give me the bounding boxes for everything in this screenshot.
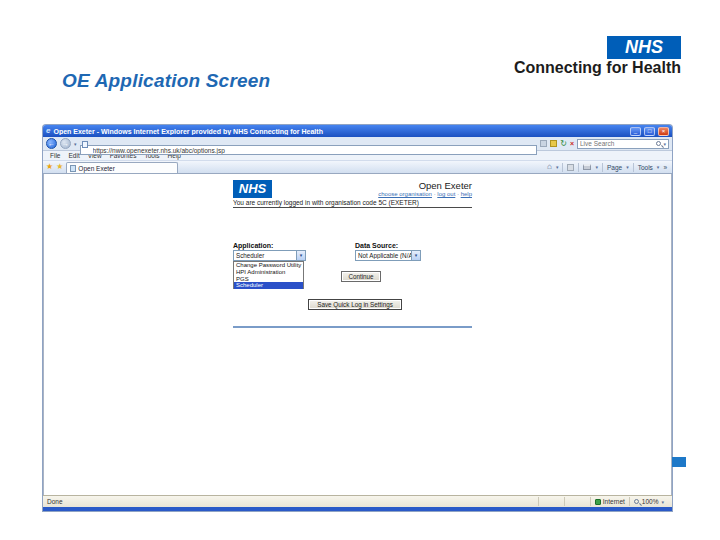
chevron-overflow-icon[interactable]: » [663,164,667,171]
nhs-tagline: Connecting for Health [514,59,681,77]
page-content: NHS Open Exeter choose organisation · lo… [43,174,672,495]
tab-open-exeter[interactable]: Open Exeter [66,162,178,173]
shield-icon [595,499,601,505]
logged-in-text: You are currently logged in with organis… [233,199,419,206]
footer-divider [233,326,472,328]
help-link[interactable]: help [461,191,472,197]
menu-file[interactable]: File [50,152,60,159]
search-box: ▾ [577,139,669,149]
application-select[interactable]: Scheduler ▾ [233,250,306,261]
command-separator [578,163,579,172]
save-quick-login-button[interactable]: Save Quick Log in Settings [308,299,402,310]
continue-button[interactable]: Continue [341,271,381,282]
ie-logo-icon: e [46,126,50,136]
add-favorite-icon[interactable]: ★ [56,161,63,173]
security-zone: Internet [590,497,629,506]
window-bottom-frame [43,507,672,511]
log-out-link[interactable]: log out [437,191,455,197]
option-pgs[interactable]: PGS [234,276,303,283]
minimize-button[interactable]: _ [630,127,641,136]
chevron-down-icon[interactable]: ▾ [411,251,420,260]
header-divider [233,207,472,208]
application-options-list: Change Password Utility HPI Administrati… [233,261,304,289]
command-bar: ⌂ ▾ ▾ Page ▾ Tools ▾ » [547,161,669,173]
slide-title: OE Application Screen [62,70,270,92]
command-separator [562,163,563,172]
nhs-logo: NHS [607,36,681,59]
tools-menu-button[interactable]: Tools [638,164,653,171]
zoom-dropdown-icon[interactable]: ▾ [661,499,664,505]
address-bar: ← → ▾ ↻ × ▾ [43,137,672,151]
home-dropdown-icon[interactable]: ▾ [556,164,559,170]
status-cell [538,497,564,506]
home-icon[interactable]: ⌂ [547,162,552,172]
compatibility-icon[interactable] [540,140,547,147]
tab-label: Open Exeter [78,165,115,172]
data-source-value: Not Applicable (N/A) [356,252,411,259]
zoom-icon [634,499,639,504]
close-button[interactable]: × [658,127,669,136]
status-cell [564,497,590,506]
header-links: choose organisation · log out · help [244,191,472,197]
search-options-icon[interactable]: ▾ [663,141,666,147]
favorites-star-icon[interactable]: ★ [46,161,53,173]
history-dropdown-icon[interactable]: ▾ [74,141,77,147]
command-separator [633,163,634,172]
choose-organisation-link[interactable]: choose organisation [378,191,432,197]
option-change-password-utility[interactable]: Change Password Utility [234,262,303,269]
command-separator [602,163,603,172]
address-field-wrap [80,139,538,149]
slide: OE Application Screen NHS Connecting for… [0,0,720,540]
option-scheduler[interactable]: Scheduler [234,282,303,289]
tab-page-icon [70,165,76,172]
print-dropdown-icon[interactable]: ▾ [595,164,598,170]
refresh-icon[interactable]: ↻ [560,140,567,148]
stop-icon[interactable]: × [570,140,574,148]
print-icon[interactable] [583,164,591,170]
status-text: Done [47,498,538,505]
back-button[interactable]: ← [46,138,57,149]
zoom-level: 100% [642,498,659,505]
tools-dropdown-icon[interactable]: ▾ [657,164,660,170]
feeds-icon[interactable] [567,164,574,171]
page-dropdown-icon[interactable]: ▾ [626,164,629,170]
window-title-bar[interactable]: e Open Exeter - Windows Internet Explore… [43,125,672,137]
address-input[interactable] [80,145,538,155]
lock-icon [550,140,557,147]
application-value: Scheduler [234,252,296,259]
slide-accent-bar [672,457,686,467]
data-source-label: Data Source: [355,242,398,249]
menu-edit[interactable]: Edit [68,152,79,159]
live-search-input[interactable] [580,140,654,147]
forward-button[interactable]: → [60,138,71,149]
maximize-button[interactable]: □ [644,127,655,136]
page-title: Open Exeter [324,180,472,191]
tab-bar: ★ ★ Open Exeter ⌂ ▾ ▾ Page ▾ Tools ▾ » [43,161,672,174]
zoom-control[interactable]: 100% ▾ [629,497,668,506]
window-title: Open Exeter - Windows Internet Explorer … [53,128,627,135]
application-label: Application: [233,242,273,249]
chevron-down-icon[interactable]: ▾ [296,251,305,260]
link-separator: · [434,191,436,197]
page-menu-button[interactable]: Page [607,164,622,171]
option-hpi-administration[interactable]: HPI Administration [234,269,303,276]
browser-window: e Open Exeter - Windows Internet Explore… [43,125,672,511]
search-icon[interactable] [656,141,661,146]
data-source-select[interactable]: Not Applicable (N/A) ▾ [355,250,421,261]
link-separator: · [457,191,459,197]
status-bar: Done Internet 100% ▾ [43,495,672,507]
page-icon [82,141,88,148]
zone-label: Internet [603,498,625,505]
